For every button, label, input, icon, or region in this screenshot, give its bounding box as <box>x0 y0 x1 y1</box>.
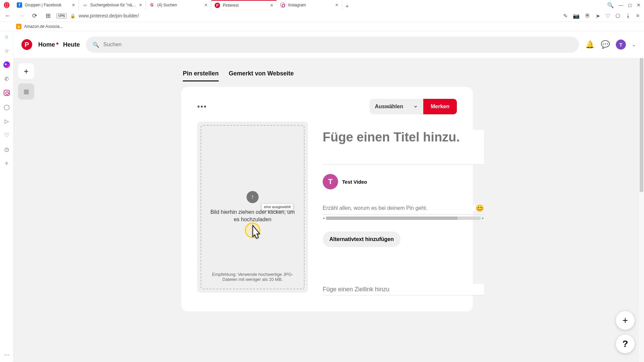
amazon-icon: a <box>16 24 21 29</box>
scroll-left-icon[interactable]: ◂ <box>323 216 325 220</box>
close-icon[interactable]: ✕ <box>139 3 142 7</box>
tab-save-from-web[interactable]: Gemerkt von Webseite <box>229 70 294 81</box>
destination-link-input[interactable] <box>323 284 484 295</box>
menu-icon[interactable]: ≡ <box>636 13 639 19</box>
search-bar[interactable]: 🔍 <box>86 37 579 53</box>
bell-icon[interactable]: 🔔 <box>585 40 594 49</box>
send-icon[interactable]: ➤ <box>596 13 600 19</box>
new-tab-button[interactable]: + <box>342 3 352 10</box>
more-sidebar-icon[interactable]: ⋯ <box>3 351 10 358</box>
search-input[interactable] <box>103 42 572 48</box>
search-icon: 🔍 <box>93 42 99 48</box>
player-sidebar-icon[interactable]: ◯ <box>3 104 10 110</box>
close-window-icon[interactable]: ✕ <box>637 2 641 8</box>
nav-today[interactable]: Heute <box>63 41 80 48</box>
tab-title: Pinterest <box>223 3 267 8</box>
nav-home[interactable]: Home <box>38 41 55 48</box>
search-icon[interactable]: 🔍 <box>607 2 614 8</box>
page-scrollbar[interactable] <box>639 58 644 362</box>
pin-builder-sidebar: + ▦ <box>18 63 34 100</box>
reload-button[interactable]: ⟳ <box>30 12 40 19</box>
more-options-icon[interactable]: ••• <box>197 102 207 111</box>
opera-logo[interactable] <box>0 0 13 10</box>
tab-facebook[interactable]: f Gruppen | Facebook ✕ <box>13 0 79 10</box>
opera-sidebar: ⌂ ☆ ✆ ◯ ▷ ♡ ◷ ✧ ⋯ <box>0 31 13 362</box>
tab-title: (4) Suchen <box>157 3 202 7</box>
tab-pinterest[interactable]: P Pinterest ✕ <box>211 0 277 10</box>
tab-create-pin[interactable]: Pin erstellen <box>183 70 219 81</box>
minimize-icon[interactable]: — <box>619 2 623 8</box>
card-columns: ↑ Bild hierhin ziehen oder klicken, um e… <box>197 122 457 295</box>
home-sidebar-icon[interactable]: ⌂ <box>3 33 10 40</box>
forward-button[interactable]: → <box>16 12 26 19</box>
pinterest-page: P Home Heute 🔍 🔔 💬 T ⌄ + ▦ Pin erstellen… <box>13 31 644 362</box>
header-actions: 🔔 💬 T ⌄ <box>585 40 636 50</box>
lock-icon[interactable]: 🔒 <box>70 13 75 18</box>
tab-gettr-search[interactable]: G (4) Suchen ✕ <box>146 0 211 10</box>
pinterest-logo[interactable]: P <box>21 39 32 50</box>
scrollbar-thumb[interactable] <box>640 58 643 192</box>
address-bar: ← → ⟳ ⊞ VPN 🔒 www.pinterest.de/pin-build… <box>0 10 644 22</box>
play-sidebar-icon[interactable]: ▷ <box>3 118 10 124</box>
emoji-picker-icon[interactable]: 😊 <box>476 204 484 212</box>
tab-search-results[interactable]: ∞ Suchergebnisse für "nähen" ✕ <box>79 0 146 10</box>
save-button[interactable]: Merken <box>423 99 457 114</box>
author-row: T Test Video <box>323 174 484 189</box>
browser-titlebar: f Gruppen | Facebook ✕ ∞ Suchergebnisse … <box>0 0 644 10</box>
fab-help[interactable]: ? <box>616 335 635 353</box>
close-icon[interactable]: ✕ <box>204 3 208 7</box>
chevron-down-icon[interactable]: ⌄ <box>632 42 636 47</box>
alt-text-button[interactable]: Alternativtext hinzufügen <box>323 232 400 247</box>
messenger-sidebar-icon[interactable] <box>3 61 10 68</box>
instagram-icon <box>280 2 285 8</box>
whatsapp-sidebar-icon[interactable]: ✆ <box>3 75 10 82</box>
board-select[interactable]: Auswählen <box>370 99 423 114</box>
tab-title: Instagram <box>288 3 332 7</box>
scroll-track[interactable] <box>326 217 481 220</box>
heart-sidebar-icon[interactable]: ♡ <box>3 132 10 138</box>
search-favicon-icon: ∞ <box>82 2 88 8</box>
upload-inner: ↑ Bild hierhin ziehen oder klicken, um e… <box>201 125 305 289</box>
save-group: Auswählen Merken <box>370 99 457 114</box>
vpn-badge[interactable]: VPN <box>56 13 67 18</box>
url-field[interactable]: www.pinterest.de/pin-builder/ <box>79 13 560 18</box>
close-icon[interactable]: ✕ <box>72 3 75 7</box>
back-button[interactable]: ← <box>3 12 13 19</box>
tab-title: Suchergebnisse für "nähen" <box>90 3 136 7</box>
bookmark-amazon[interactable]: Amazon.de Associa... <box>24 24 63 29</box>
edit-icon[interactable]: ✎ <box>563 13 568 19</box>
close-icon[interactable]: ✕ <box>270 3 273 8</box>
maximize-icon[interactable]: ◻ <box>628 2 632 8</box>
history-sidebar-icon[interactable]: ◷ <box>3 146 10 153</box>
gettr-icon: G <box>149 2 155 8</box>
star-sidebar-icon[interactable]: ☆ <box>3 47 10 54</box>
description-input[interactable] <box>323 205 476 211</box>
avatar[interactable]: T <box>616 40 626 50</box>
tab-title: Gruppen | Facebook <box>25 3 69 7</box>
cube-icon[interactable]: ⎔ <box>615 13 620 19</box>
pinterest-header: P Home Heute 🔍 🔔 💬 T ⌄ <box>13 31 644 58</box>
add-pin-button[interactable]: + <box>18 63 34 79</box>
tab-instagram[interactable]: Instagram ✕ <box>277 0 342 10</box>
upload-hint: Empfehlung: Verwende hochwertige JPG-Dat… <box>208 272 297 282</box>
upload-dropzone[interactable]: ↑ Bild hierhin ziehen oder klicken, um e… <box>197 122 308 293</box>
heart-icon[interactable]: ♡ <box>605 13 610 19</box>
title-input[interactable] <box>323 130 484 165</box>
camera-icon[interactable]: 📷 <box>573 13 580 19</box>
download-icon[interactable]: ⭳ <box>626 13 631 19</box>
speed-dial-icon[interactable]: ⊞ <box>43 12 53 19</box>
address-bar-actions: ✎ 📷 ⛨ ➤ ♡ ⎔ ⭳ ≡ <box>563 13 641 19</box>
fab-add[interactable]: + <box>616 311 635 330</box>
shield-icon[interactable]: ⛨ <box>585 13 590 19</box>
author-avatar[interactable]: T <box>323 174 338 189</box>
chat-icon[interactable]: 💬 <box>600 40 610 49</box>
close-icon[interactable]: ✕ <box>335 3 338 7</box>
upload-column: ↑ Bild hierhin ziehen oder klicken, um e… <box>197 122 308 295</box>
pin-sidebar-icon[interactable]: ✧ <box>3 160 10 167</box>
create-tabs: Pin erstellen Gemerkt von Webseite <box>183 70 294 81</box>
pin-builder-body: + ▦ Pin erstellen Gemerkt von Webseite •… <box>13 58 644 362</box>
scroll-right-icon[interactable]: ▸ <box>482 216 484 220</box>
description-scroll[interactable]: ◂ ▸ <box>323 216 484 220</box>
instagram-sidebar-icon[interactable] <box>3 89 10 96</box>
draft-thumbnail[interactable]: ▦ <box>18 83 34 100</box>
